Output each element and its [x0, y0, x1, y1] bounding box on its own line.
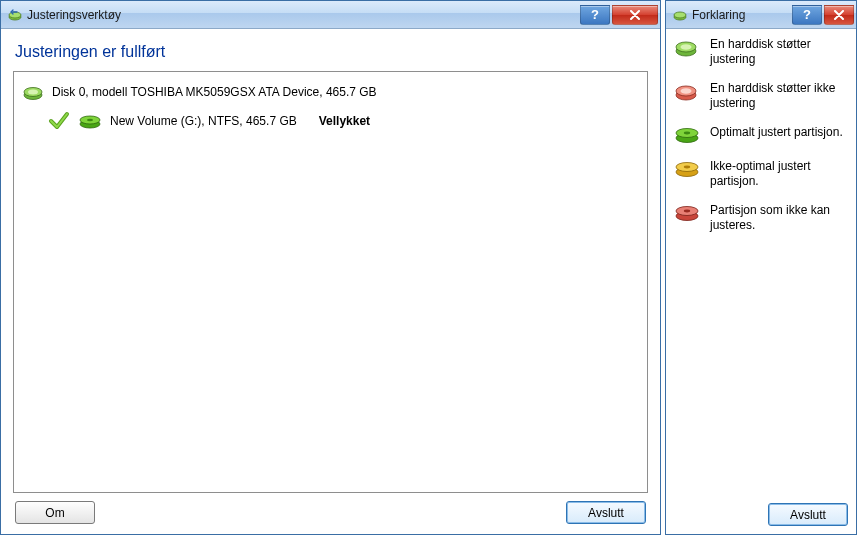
- legend-text: En harddisk støtter justering: [710, 37, 848, 67]
- legend-text: Ikke-optimal justert partisjon.: [710, 159, 848, 189]
- legend-window-title: Forklaring: [692, 8, 790, 22]
- main-footer: Om Avslutt: [13, 493, 648, 526]
- svg-point-24: [684, 210, 690, 213]
- partition-green-icon: [78, 112, 102, 130]
- legend-item: Partisjon som ikke kan justeres.: [674, 203, 848, 233]
- svg-point-7: [87, 119, 93, 122]
- legend-help-button[interactable]: ?: [792, 5, 822, 25]
- legend-body: En harddisk støtter justering En harddis…: [666, 29, 856, 499]
- legend-text: En harddisk støtter ikke justering: [710, 81, 848, 111]
- volume-label: New Volume (G:), NTFS, 465.7 GB: [110, 114, 297, 128]
- results-panel: Disk 0, modell TOSHIBA MK5059GSX ATA Dev…: [13, 71, 648, 493]
- main-titlebar[interactable]: Justeringsverktøy ?: [1, 1, 660, 29]
- svg-point-9: [674, 12, 686, 18]
- legend-close-window-button[interactable]: [824, 5, 854, 25]
- close-window-button[interactable]: [612, 5, 658, 25]
- main-window: Justeringsverktøy ? Justeringen er fullf…: [0, 0, 661, 535]
- svg-point-18: [684, 132, 690, 135]
- svg-point-12: [681, 44, 692, 50]
- legend-item: Optimalt justert partisjon.: [674, 125, 848, 145]
- main-window-title: Justeringsverktøy: [27, 8, 578, 22]
- legend-item: En harddisk støtter ikke justering: [674, 81, 848, 111]
- close-button[interactable]: Avslutt: [566, 501, 646, 524]
- app-icon: [7, 7, 23, 23]
- legend-item: Ikke-optimal justert partisjon.: [674, 159, 848, 189]
- hdd-red-icon: [674, 81, 702, 103]
- legend-window: Forklaring ? En harddisk støtter justeri…: [665, 0, 857, 535]
- disk-row: Disk 0, modell TOSHIBA MK5059GSX ATA Dev…: [22, 82, 639, 102]
- legend-app-icon: [672, 7, 688, 23]
- volume-status: Vellykket: [319, 114, 370, 128]
- legend-item: En harddisk støtter justering: [674, 37, 848, 67]
- legend-text: Optimalt justert partisjon.: [710, 125, 843, 140]
- hdd-green-icon: [22, 82, 46, 102]
- volume-row: New Volume (G:), NTFS, 465.7 GB Vellykke…: [48, 110, 639, 132]
- svg-point-1: [9, 12, 21, 18]
- legend-footer: Avslutt: [666, 499, 856, 534]
- partition-yellow-icon: [674, 159, 702, 179]
- svg-point-21: [684, 166, 690, 169]
- svg-point-4: [28, 90, 38, 95]
- partition-green-icon: [674, 125, 702, 145]
- disk-label: Disk 0, modell TOSHIBA MK5059GSX ATA Dev…: [52, 85, 377, 99]
- legend-close-button[interactable]: Avslutt: [768, 503, 848, 526]
- legend-text: Partisjon som ikke kan justeres.: [710, 203, 848, 233]
- about-button[interactable]: Om: [15, 501, 95, 524]
- close-icon: [833, 10, 845, 20]
- page-title: Justeringen er fullført: [15, 43, 646, 61]
- legend-titlebar[interactable]: Forklaring ?: [666, 1, 856, 29]
- close-icon: [629, 10, 641, 20]
- hdd-green-icon: [674, 37, 702, 59]
- partition-red-icon: [674, 203, 702, 223]
- main-content: Justeringen er fullført Disk 0, modell T…: [1, 29, 660, 534]
- help-button[interactable]: ?: [580, 5, 610, 25]
- checkmark-icon: [48, 110, 70, 132]
- svg-point-15: [681, 88, 692, 94]
